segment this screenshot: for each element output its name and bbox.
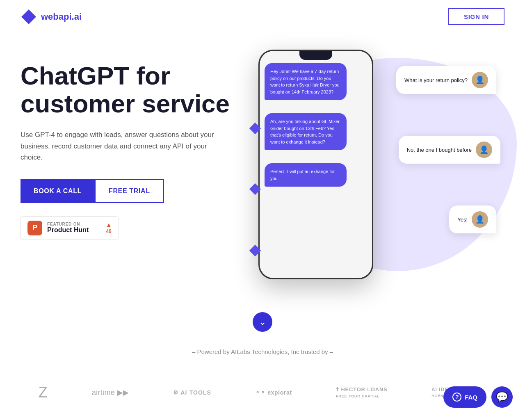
scroll-down-button[interactable]: ⌄	[253, 312, 272, 332]
book-call-button[interactable]: BOOK A CALL	[21, 179, 95, 203]
product-hunt-icon: P	[27, 221, 42, 235]
phone-screen: Hey John! We have a 7-day return policy …	[260, 51, 372, 278]
logo: webapi.ai	[21, 9, 82, 25]
logo-icon	[21, 9, 37, 25]
floating-bubble-reply1: No, the one I bought before 👤	[399, 136, 500, 164]
sign-in-button[interactable]: SIGN IN	[448, 8, 504, 25]
faq-button[interactable]: ? FAQ	[443, 386, 486, 408]
chat-bubble-bot-3: Perfect. I will put an exhange for you.	[265, 163, 347, 187]
chat-fab-button[interactable]: 💬	[491, 386, 513, 408]
floating-bubble-question1: What is your return policy? 👤	[396, 66, 496, 94]
hero-subtitle: Use GPT-4 to engage with leads, answer q…	[21, 129, 217, 163]
diamond-decoration-2	[251, 185, 259, 193]
hero-buttons: BOOK A CALL FREE TRIAL	[21, 179, 234, 203]
powered-by-section: – Powered by AILabs Technologies, Inc tr…	[0, 344, 525, 384]
free-trial-button[interactable]: FREE TRIAL	[95, 179, 164, 203]
hero-right: What is your return policy? 👤 No, the on…	[226, 50, 504, 296]
partner-explorat: ⚬⚬ explorat	[255, 389, 292, 396]
diamond-decoration-1	[251, 124, 259, 132]
product-hunt-badge[interactable]: P FEATURED ON Product Hunt ▲ 46	[21, 216, 119, 240]
avatar-3: 👤	[472, 211, 488, 228]
svg-marker-0	[21, 9, 36, 24]
phone-chat: Hey John! We have a 7-day return policy …	[260, 51, 372, 192]
bottom-actions: ? FAQ 💬	[443, 386, 513, 408]
avatar-2: 👤	[476, 142, 492, 158]
partner-airtime: airtime ▶▶	[92, 388, 129, 397]
diamond-decoration-3	[251, 247, 259, 255]
floating-bubble-reply2: Yes! 👤	[449, 205, 496, 233]
powered-text: – Powered by AILabs Technologies, Inc tr…	[21, 348, 504, 355]
hero-left: ChatGPT for customer service Use GPT-4 t…	[21, 50, 234, 240]
chat-bubble-bot-1: Hey John! We have a 7-day return policy …	[265, 63, 347, 100]
phone-notch	[299, 51, 332, 60]
partner-z: Z	[39, 384, 48, 401]
chat-icon: 💬	[496, 391, 508, 403]
hero-title: ChatGPT for customer service	[21, 62, 234, 118]
product-hunt-text: FEATURED ON Product Hunt	[47, 222, 100, 234]
hero-section: ChatGPT for customer service Use GPT-4 t…	[0, 33, 525, 304]
partner-hectorloans: ☨ HECTOR LOANSFREE YOUR CAPITAL	[336, 386, 387, 399]
chat-bubble-bot-2: Ah, are you talking about GL Mixer Gride…	[265, 113, 347, 150]
partner-aitools: ⚙ AI TOOLS	[173, 389, 211, 396]
phone-mockup: Hey John! We have a 7-day return policy …	[258, 50, 373, 279]
logo-text: webapi.ai	[41, 11, 82, 22]
product-hunt-votes: ▲ 46	[105, 222, 112, 234]
avatar-1: 👤	[472, 72, 488, 88]
header: webapi.ai SIGN IN	[0, 0, 525, 33]
scroll-down: ⌄	[0, 304, 525, 344]
faq-icon: ?	[452, 393, 461, 402]
